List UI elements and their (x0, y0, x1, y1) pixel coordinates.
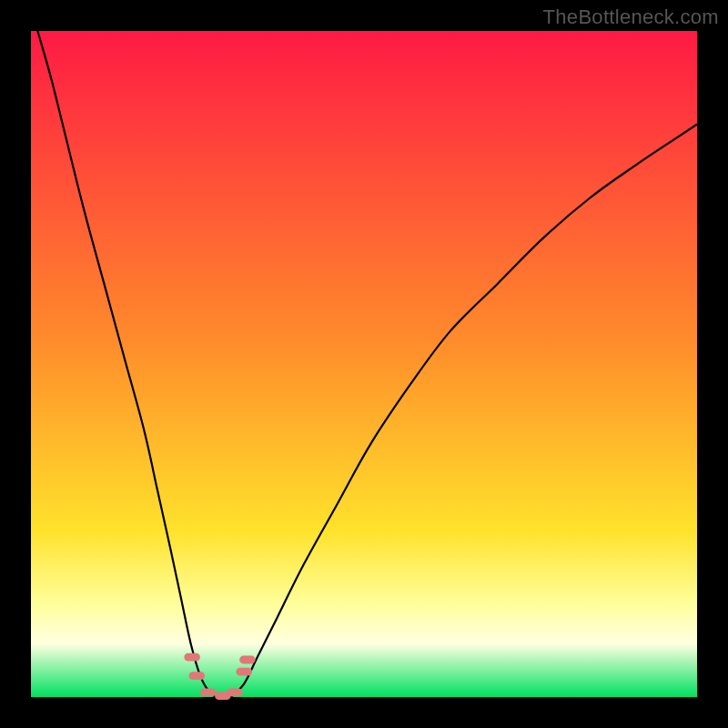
chart-frame: TheBottleneck.com (0, 0, 728, 728)
plot-area (31, 31, 697, 697)
bottleneck-chart (0, 0, 728, 728)
marker-1 (188, 672, 205, 680)
marker-2 (200, 688, 217, 696)
marker-0 (184, 653, 200, 662)
marker-6 (239, 656, 256, 664)
marker-4 (227, 688, 243, 696)
marker-5 (236, 668, 252, 676)
watermark-text: TheBottleneck.com (543, 5, 719, 29)
